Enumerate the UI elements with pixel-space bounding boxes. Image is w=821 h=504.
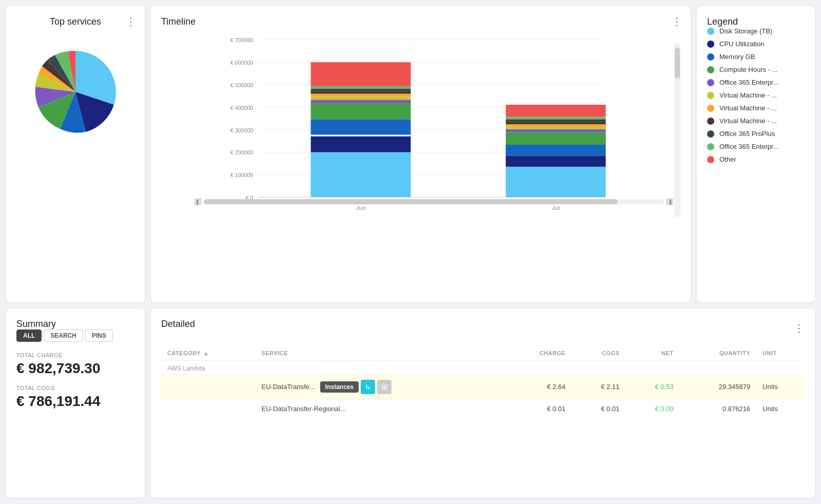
service-header: SERVICE [256,346,505,361]
total-charge-label: TOTAL CHARGE [16,352,134,358]
row1-service-actions: EU-DataTransfe... Instances ↳ ⊞ [262,380,499,394]
svg-rect-17 [311,136,411,152]
row2-charge: € 0.01 [504,399,572,418]
row2-quantity: 0.876216 [680,399,757,418]
top-services-pie-chart [29,46,122,138]
svg-rect-30 [506,145,606,156]
legend-dot-4 [707,79,714,86]
aws-lambda-category-label: AWS Lambda [161,360,805,374]
svg-rect-33 [506,127,606,129]
svg-rect-28 [506,167,606,197]
scroll-right-button[interactable]: ▐ [666,198,673,205]
scroll-left-button[interactable]: ▌ [194,198,202,205]
legend-dot-10 [707,156,714,163]
top-services-more-button[interactable]: ⋮ [126,15,136,28]
svg-rect-25 [311,89,411,91]
charge-header: CHARGE [504,346,572,361]
detailed-table: CATEGORY ▲ SERVICE CHARGE COGS NET QUANT… [161,346,805,418]
svg-rect-34 [506,124,606,127]
tab-search-button[interactable]: SEARCH [44,329,83,342]
legend-label-2: Memory GB [719,53,755,61]
legend-dot-3 [707,66,714,73]
svg-rect-20 [311,103,411,119]
row2-service: EU-DataTransfer-Regional... [256,399,505,418]
detailed-table-body: AWS Lambda EU-DataTransfe... Instances ↳… [161,360,805,418]
svg-rect-19 [311,119,411,134]
legend-items-container: Disk Storage (TB) CPU Utilization Memory… [707,27,805,163]
legend-label-7: Virtual Machine - ... [719,117,777,125]
legend-label-6: Virtual Machine - ... [719,104,777,112]
total-charge-value: € 982,739.30 [16,360,134,377]
svg-text:€ 700000: € 700000 [230,37,253,43]
table-row: EU-DataTransfer-Regional... € 0.01 € 0.0… [161,399,805,418]
svg-rect-37 [506,117,606,119]
top-services-title: Top services [50,16,101,27]
svg-text:€ 300000: € 300000 [230,127,253,133]
legend-dot-1 [707,41,714,48]
legend-label-9: Office 365 Enterpr... [719,143,778,150]
legend-card: Legend Disk Storage (TB) CPU Utilization… [697,6,815,302]
legend-label-5: Virtual Machine - ... [719,91,777,99]
detailed-card: Detailed ⋮ CATEGORY ▲ SERVICE CHARGE COG… [151,308,815,498]
svg-rect-16 [311,152,411,198]
svg-rect-21 [311,100,411,103]
legend-label-10: Other [719,156,736,163]
legend-item-2: Memory GB [707,53,805,61]
timeline-vertical-scrollbar[interactable] [674,43,680,217]
row2-net: € 0.00 [625,399,679,418]
legend-item-3: Compute Hours - ... [707,66,805,73]
legend-label-4: Office 365 Enterpr... [719,79,778,86]
category-header: CATEGORY ▲ [161,346,256,361]
legend-item-6: Virtual Machine - ... [707,104,805,112]
row1-expand-button[interactable]: ↳ [361,380,375,394]
row1-quantity: 29.345879 [680,374,757,399]
svg-text:€ 100000: € 100000 [230,172,253,178]
legend-title: Legend [707,16,738,27]
tab-all-button[interactable]: ALL [16,329,42,342]
timeline-scroll-thumb[interactable] [675,48,680,79]
timeline-more-button[interactable]: ⋮ [672,15,682,28]
row2-cogs: € 0.01 [572,399,625,418]
row1-net: € 0.53 [625,374,679,399]
svg-rect-32 [506,129,606,132]
svg-rect-31 [506,132,606,145]
legend-dot-0 [707,28,714,35]
legend-label-0: Disk Storage (TB) [719,27,772,35]
timeline-title: Timeline [161,16,196,27]
svg-rect-36 [506,119,606,122]
total-cogs-value: € 786,191.44 [16,393,134,410]
row1-cogs: € 2.11 [572,374,625,399]
legend-item-4: Office 365 Enterpr... [707,79,805,86]
top-services-card: Top services ⋮ [6,6,145,302]
legend-dot-8 [707,130,714,138]
legend-dot-5 [707,92,714,99]
summary-card: Summary ALL SEARCH PINS TOTAL CHARGE € 9… [6,308,145,498]
legend-item-0: Disk Storage (TB) [707,27,805,35]
svg-text:€ 600000: € 600000 [230,60,253,66]
summary-title: Summary [16,319,56,329]
svg-rect-23 [311,94,411,97]
svg-text:€ 500000: € 500000 [230,82,253,88]
tab-pins-button[interactable]: PINS [85,329,113,342]
legend-item-1: CPU Utilization [707,40,805,48]
detailed-more-button[interactable]: ⋮ [794,322,805,334]
row1-pin-button[interactable]: ⊞ [377,380,392,394]
svg-text:€ 400000: € 400000 [230,105,253,111]
instances-tooltip: Instances [320,381,359,393]
row1-service-name: EU-DataTransfe... [262,383,315,391]
legend-dot-7 [707,118,714,125]
svg-rect-27 [311,62,411,86]
row1-category [161,374,256,399]
svg-rect-29 [506,156,606,166]
legend-item-8: Office 365 ProPlus [707,130,805,138]
svg-rect-18 [311,134,411,136]
legend-item-5: Virtual Machine - ... [707,91,805,99]
detailed-table-header: CATEGORY ▲ SERVICE CHARGE COGS NET QUANT… [161,346,805,361]
row2-unit: Units [756,399,805,418]
svg-rect-24 [311,91,411,94]
svg-rect-35 [506,122,606,124]
cogs-header: COGS [572,346,625,361]
row1-service: EU-DataTransfe... Instances ↳ ⊞ [256,374,505,399]
unit-header: UNIT [756,346,805,361]
legend-item-10: Other [707,156,805,163]
